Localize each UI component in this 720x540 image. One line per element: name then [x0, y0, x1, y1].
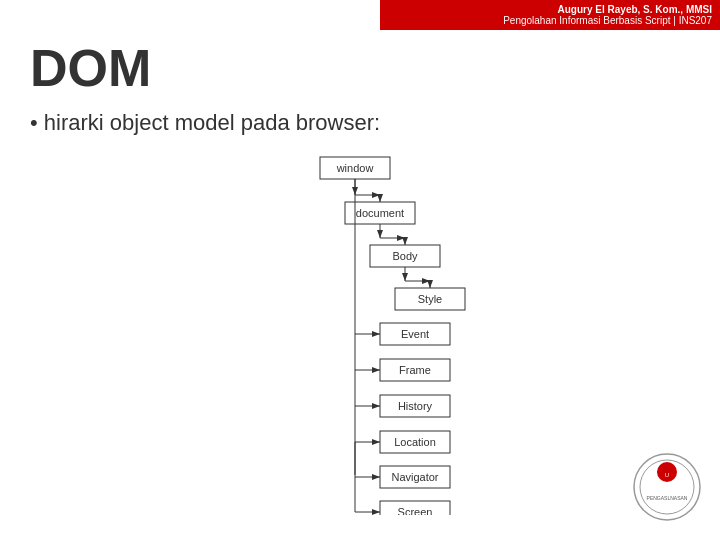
node-screen: Screen [398, 506, 433, 515]
svg-text:PENGASLNASAN: PENGASLNASAN [647, 495, 688, 501]
node-history: History [398, 400, 433, 412]
svg-text:U: U [665, 472, 669, 478]
node-location: Location [394, 436, 436, 448]
node-document: document [356, 207, 404, 219]
node-window: window [336, 162, 374, 174]
node-event: Event [401, 328, 429, 340]
dom-diagram: window document Body Style Event [220, 155, 580, 515]
header-line2: Pengolahan Informasi Berbasis Script | I… [388, 15, 712, 26]
node-body: Body [392, 250, 418, 262]
logo: U PENGASLNASAN [632, 452, 702, 522]
node-navigator: Navigator [391, 471, 438, 483]
page-title: DOM [30, 38, 151, 98]
header-line1: Augury El Rayeb, S. Kom., MMSI [388, 4, 712, 15]
node-frame: Frame [399, 364, 431, 376]
header-bar: Augury El Rayeb, S. Kom., MMSI Pengolaha… [380, 0, 720, 30]
bullet-text: • hirarki object model pada browser: [30, 110, 380, 136]
node-style: Style [418, 293, 442, 305]
